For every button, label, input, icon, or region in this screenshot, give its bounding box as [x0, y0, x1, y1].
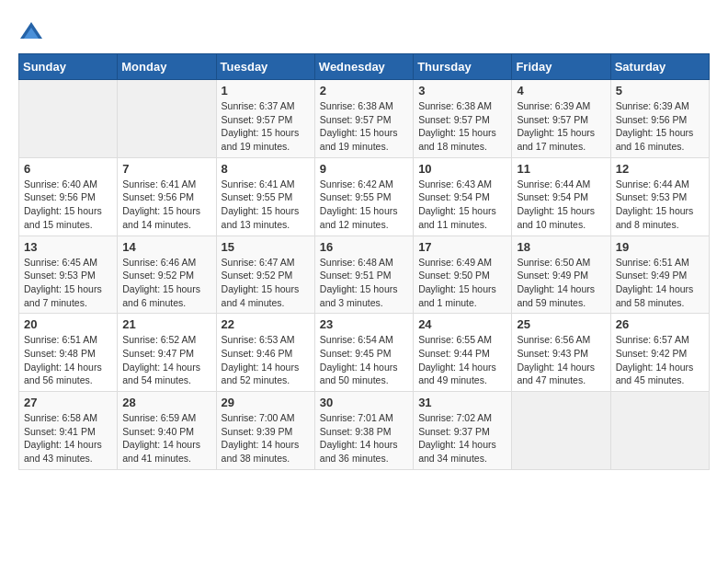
- day-cell: 21Sunrise: 6:52 AM Sunset: 9:47 PM Dayli…: [118, 314, 216, 392]
- day-number: 18: [517, 240, 605, 254]
- day-number: 11: [517, 162, 605, 176]
- day-number: 1: [222, 84, 310, 98]
- day-info: Sunrise: 6:43 AM Sunset: 9:54 PM Dayligh…: [418, 178, 506, 232]
- day-info: Sunrise: 7:00 AM Sunset: 9:39 PM Dayligh…: [222, 411, 310, 465]
- day-cell: 9Sunrise: 6:42 AM Sunset: 9:55 PM Daylig…: [314, 157, 413, 236]
- header-cell-thursday: Thursday: [414, 54, 512, 80]
- day-number: 21: [122, 317, 210, 331]
- day-cell: 25Sunrise: 6:56 AM Sunset: 9:43 PM Dayli…: [512, 314, 610, 392]
- day-info: Sunrise: 6:39 AM Sunset: 9:57 PM Dayligh…: [517, 99, 605, 154]
- day-info: Sunrise: 6:44 AM Sunset: 9:54 PM Dayligh…: [517, 178, 605, 232]
- day-info: Sunrise: 6:41 AM Sunset: 9:56 PM Dayligh…: [122, 178, 210, 232]
- day-info: Sunrise: 6:47 AM Sunset: 9:52 PM Dayligh…: [222, 256, 310, 310]
- day-cell: 23Sunrise: 6:54 AM Sunset: 9:45 PM Dayli…: [314, 314, 413, 392]
- day-cell: 7Sunrise: 6:41 AM Sunset: 9:56 PM Daylig…: [118, 157, 216, 236]
- week-row-1: 1Sunrise: 6:37 AM Sunset: 9:57 PM Daylig…: [19, 80, 710, 158]
- day-info: Sunrise: 6:59 AM Sunset: 9:40 PM Dayligh…: [122, 411, 210, 465]
- day-number: 20: [24, 317, 112, 331]
- day-info: Sunrise: 6:37 AM Sunset: 9:57 PM Dayligh…: [222, 99, 310, 154]
- day-info: Sunrise: 6:56 AM Sunset: 9:43 PM Dayligh…: [517, 333, 605, 387]
- day-cell: 6Sunrise: 6:40 AM Sunset: 9:56 PM Daylig…: [19, 157, 118, 236]
- day-number: 3: [418, 84, 506, 98]
- day-info: Sunrise: 7:02 AM Sunset: 9:37 PM Dayligh…: [418, 411, 506, 465]
- day-number: 15: [222, 240, 310, 254]
- day-number: 23: [320, 317, 408, 331]
- day-cell: 31Sunrise: 7:02 AM Sunset: 9:37 PM Dayli…: [414, 392, 512, 470]
- day-number: 6: [24, 162, 112, 176]
- day-cell: 3Sunrise: 6:38 AM Sunset: 9:57 PM Daylig…: [414, 80, 512, 158]
- day-info: Sunrise: 6:46 AM Sunset: 9:52 PM Dayligh…: [122, 256, 210, 310]
- day-cell: 4Sunrise: 6:39 AM Sunset: 9:57 PM Daylig…: [512, 80, 610, 158]
- week-row-4: 20Sunrise: 6:51 AM Sunset: 9:48 PM Dayli…: [19, 314, 710, 392]
- header-cell-saturday: Saturday: [610, 54, 709, 80]
- day-info: Sunrise: 6:45 AM Sunset: 9:53 PM Dayligh…: [24, 256, 112, 310]
- week-row-5: 27Sunrise: 6:58 AM Sunset: 9:41 PM Dayli…: [19, 392, 710, 470]
- logo: [18, 18, 48, 44]
- day-number: 26: [616, 317, 704, 331]
- day-cell: [19, 80, 118, 158]
- day-number: 12: [616, 162, 704, 176]
- header-cell-wednesday: Wednesday: [314, 54, 413, 80]
- day-info: Sunrise: 6:44 AM Sunset: 9:53 PM Dayligh…: [616, 178, 704, 232]
- day-cell: 27Sunrise: 6:58 AM Sunset: 9:41 PM Dayli…: [19, 392, 118, 470]
- header-cell-sunday: Sunday: [19, 54, 118, 80]
- day-number: 19: [616, 240, 704, 254]
- header-row: SundayMondayTuesdayWednesdayThursdayFrid…: [19, 54, 710, 80]
- day-cell: 10Sunrise: 6:43 AM Sunset: 9:54 PM Dayli…: [414, 157, 512, 236]
- day-cell: 14Sunrise: 6:46 AM Sunset: 9:52 PM Dayli…: [118, 236, 216, 314]
- day-number: 22: [222, 317, 310, 331]
- day-cell: 11Sunrise: 6:44 AM Sunset: 9:54 PM Dayli…: [512, 157, 610, 236]
- day-cell: 22Sunrise: 6:53 AM Sunset: 9:46 PM Dayli…: [216, 314, 314, 392]
- day-number: 29: [222, 396, 310, 409]
- calendar: SundayMondayTuesdayWednesdayThursdayFrid…: [18, 53, 710, 470]
- day-cell: 30Sunrise: 7:01 AM Sunset: 9:38 PM Dayli…: [314, 392, 413, 470]
- day-number: 16: [320, 240, 408, 254]
- day-info: Sunrise: 6:54 AM Sunset: 9:45 PM Dayligh…: [320, 333, 408, 387]
- day-number: 31: [418, 396, 506, 409]
- day-cell: 19Sunrise: 6:51 AM Sunset: 9:49 PM Dayli…: [610, 236, 709, 314]
- day-number: 2: [320, 84, 408, 98]
- day-info: Sunrise: 6:52 AM Sunset: 9:47 PM Dayligh…: [122, 333, 210, 387]
- logo-icon: [18, 18, 44, 44]
- day-cell: [610, 392, 709, 470]
- header-cell-friday: Friday: [512, 54, 610, 80]
- day-info: Sunrise: 6:50 AM Sunset: 9:49 PM Dayligh…: [517, 256, 605, 310]
- header: [18, 18, 710, 44]
- day-info: Sunrise: 6:41 AM Sunset: 9:55 PM Dayligh…: [222, 178, 310, 232]
- day-number: 25: [517, 317, 605, 331]
- day-info: Sunrise: 6:51 AM Sunset: 9:49 PM Dayligh…: [616, 256, 704, 310]
- day-info: Sunrise: 6:39 AM Sunset: 9:56 PM Dayligh…: [616, 99, 704, 154]
- day-cell: 24Sunrise: 6:55 AM Sunset: 9:44 PM Dayli…: [414, 314, 512, 392]
- day-cell: 12Sunrise: 6:44 AM Sunset: 9:53 PM Dayli…: [610, 157, 709, 236]
- day-number: 14: [122, 240, 210, 254]
- day-info: Sunrise: 6:38 AM Sunset: 9:57 PM Dayligh…: [418, 99, 506, 154]
- day-cell: 20Sunrise: 6:51 AM Sunset: 9:48 PM Dayli…: [19, 314, 118, 392]
- day-info: Sunrise: 6:49 AM Sunset: 9:50 PM Dayligh…: [418, 256, 506, 310]
- day-cell: 29Sunrise: 7:00 AM Sunset: 9:39 PM Dayli…: [216, 392, 314, 470]
- day-number: 10: [418, 162, 506, 176]
- day-number: 13: [24, 240, 112, 254]
- day-cell: 2Sunrise: 6:38 AM Sunset: 9:57 PM Daylig…: [314, 80, 413, 158]
- day-number: 8: [222, 162, 310, 176]
- day-cell: 28Sunrise: 6:59 AM Sunset: 9:40 PM Dayli…: [118, 392, 216, 470]
- day-info: Sunrise: 6:48 AM Sunset: 9:51 PM Dayligh…: [320, 256, 408, 310]
- day-number: 17: [418, 240, 506, 254]
- day-number: 5: [616, 84, 704, 98]
- day-number: 30: [320, 396, 408, 409]
- day-cell: 15Sunrise: 6:47 AM Sunset: 9:52 PM Dayli…: [216, 236, 314, 314]
- day-cell: 18Sunrise: 6:50 AM Sunset: 9:49 PM Dayli…: [512, 236, 610, 314]
- day-number: 4: [517, 84, 605, 98]
- day-cell: 17Sunrise: 6:49 AM Sunset: 9:50 PM Dayli…: [414, 236, 512, 314]
- day-cell: 8Sunrise: 6:41 AM Sunset: 9:55 PM Daylig…: [216, 157, 314, 236]
- day-info: Sunrise: 6:38 AM Sunset: 9:57 PM Dayligh…: [320, 99, 408, 154]
- day-cell: 1Sunrise: 6:37 AM Sunset: 9:57 PM Daylig…: [216, 80, 314, 158]
- day-cell: [118, 80, 216, 158]
- day-number: 9: [320, 162, 408, 176]
- day-info: Sunrise: 6:40 AM Sunset: 9:56 PM Dayligh…: [24, 178, 112, 232]
- day-info: Sunrise: 6:53 AM Sunset: 9:46 PM Dayligh…: [222, 333, 310, 387]
- day-info: Sunrise: 7:01 AM Sunset: 9:38 PM Dayligh…: [320, 411, 408, 465]
- day-info: Sunrise: 6:58 AM Sunset: 9:41 PM Dayligh…: [24, 411, 112, 465]
- day-number: 28: [122, 396, 210, 409]
- week-row-3: 13Sunrise: 6:45 AM Sunset: 9:53 PM Dayli…: [19, 236, 710, 314]
- day-info: Sunrise: 6:55 AM Sunset: 9:44 PM Dayligh…: [418, 333, 506, 387]
